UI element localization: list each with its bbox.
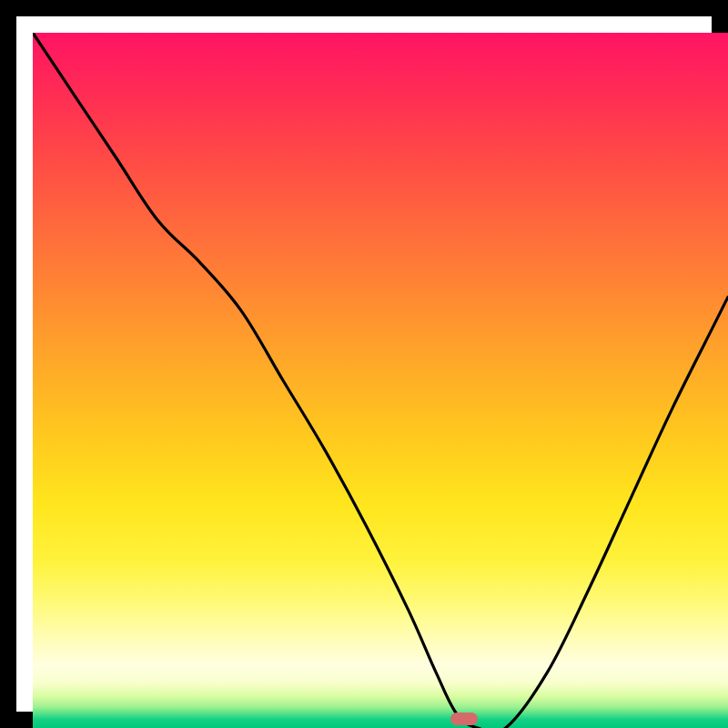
bottleneck-curve: [33, 33, 728, 728]
chart-frame: [0, 0, 728, 728]
optimum-marker: [450, 713, 478, 725]
plot-area: [33, 33, 728, 728]
